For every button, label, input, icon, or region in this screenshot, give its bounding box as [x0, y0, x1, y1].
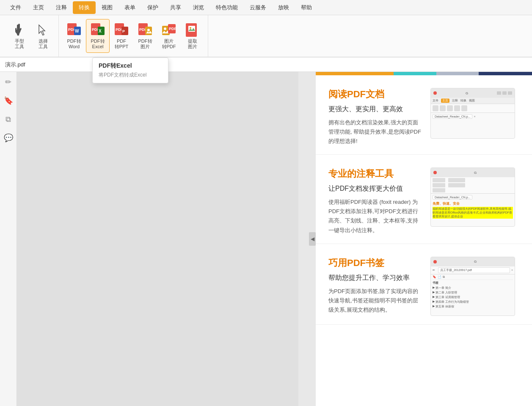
- mini-tb-1: [433, 105, 438, 111]
- svg-text:PDF: PDF: [169, 27, 176, 31]
- menu-annotate[interactable]: 注释: [50, 1, 73, 14]
- tool-group-convert: PDF → W PDF转Word PDF X PDF转Excel: [59, 15, 208, 57]
- bm-item-2: ▶第二章 入职管理: [433, 291, 513, 295]
- mini-ctrl-1: [497, 91, 501, 95]
- sidebar-comment-icon[interactable]: 💬: [3, 132, 14, 144]
- bm-arrow-2: ▶: [433, 291, 435, 295]
- collapse-panel-button[interactable]: ◀: [309, 232, 316, 246]
- mini-app-title: G: [438, 91, 495, 95]
- pdf-section-bookmark: 巧用PDF书签 帮助您提升工作、学习效率 为PDF页面添加书签,除了实现内容的快…: [316, 244, 532, 325]
- menu-browse[interactable]: 浏览: [187, 1, 210, 14]
- menu-view[interactable]: 视图: [96, 1, 119, 14]
- pdf-to-excel-label: PDF转Excel: [91, 38, 105, 49]
- pdf-to-image-label: PDF转图片: [138, 38, 152, 49]
- bm-text-2: 第二章 入职管理: [436, 291, 457, 295]
- sidebar-pages-icon[interactable]: ⧉: [3, 113, 14, 125]
- mini-controls: [497, 91, 512, 95]
- toolbar: 手型工具 选择工具 PDF → W PDF转Word: [0, 15, 532, 58]
- dropdown-title: PDF转Excel: [99, 62, 162, 70]
- hand-tool-button[interactable]: 手型工具: [8, 19, 31, 53]
- svg-text:W: W: [75, 29, 79, 33]
- mini-menu-file: 文件: [433, 99, 438, 103]
- mini-ctrl-3: [508, 91, 512, 95]
- extract-image-button[interactable]: 提取图片: [181, 19, 204, 53]
- bm-arrow-4: ▶: [433, 300, 435, 304]
- mini-menu-convert: 转换: [460, 99, 466, 103]
- file-path-input[interactable]: 演示.pdf: [5, 61, 90, 68]
- pdf-to-ppt-button[interactable]: PDF P PDF转PPT: [110, 19, 133, 53]
- mini-tb-2: [440, 105, 446, 111]
- menu-protect[interactable]: 保护: [141, 1, 164, 14]
- pdf-section-bookmark-image: G ✏ 员工手册_20120917.pdf × 🔖 📄 ⧉ 书签: [430, 257, 519, 316]
- menu-help[interactable]: 帮助: [295, 1, 318, 14]
- mini-titlebar-2: G: [431, 168, 515, 177]
- menu-bar: 文件 主页 注释 转换 视图 表单 保护 共享 浏览 特色功能 云服务 放映 帮…: [0, 0, 532, 15]
- mini-toolbar-row: [431, 104, 515, 113]
- bm-arrow-1: ▶: [433, 286, 435, 290]
- mini-b1: [448, 178, 465, 182]
- bm-item-1: ▶第一章 简介: [433, 286, 513, 290]
- pdf-preview-panel: 阅读PDF文档 更强大、更实用、更高效 拥有出色的文档渲染效果,强大的页面管理功…: [316, 72, 532, 406]
- mini-app-bookmark: G ✏ 员工手册_20120917.pdf × 🔖 📄 ⧉ 书签: [430, 257, 515, 316]
- bm-text-3: 第三章 试用期管理: [436, 295, 460, 299]
- main-area: ◀ 阅读PDF文档 更强大、更实用、更高效 拥有出色的文档渲染效果,强大的页面管…: [17, 72, 532, 406]
- image-to-pdf-button[interactable]: PDF 图片转PDF: [157, 19, 181, 53]
- mini-close-tab-3: ×: [511, 269, 513, 272]
- mini-title-3: G: [438, 260, 512, 263]
- menu-features[interactable]: 特色功能: [210, 1, 244, 14]
- pdf-section-read-title: 阅读PDF文档: [328, 88, 422, 101]
- pdf-section-read-subtitle: 更强大、更实用、更高效: [328, 105, 422, 114]
- mini-tab-close: ×: [474, 115, 475, 118]
- pdf-section-annotate: 专业的注释工具 让PDF文档发挥更大价值 使用福昕PDF阅读器 (foxit r…: [316, 155, 532, 244]
- image-to-pdf-label: 图片转PDF: [162, 38, 176, 49]
- menu-cloud[interactable]: 云服务: [244, 1, 272, 14]
- pdf-to-ppt-icon: PDF P: [114, 22, 129, 38]
- mini-tab-3: 员工手册_20120917.pdf: [438, 267, 510, 273]
- pdf-section-bookmark-subtitle: 帮助您提升工作、学习效率: [328, 274, 422, 283]
- mini-app-annotate: G Datasheet_Reade: [430, 167, 515, 227]
- bm-arrow-5: ▶: [433, 304, 435, 309]
- mini-highlighted-text: 福昕阅读器是一款功能强大的PDF阅读软件,具有高性能等,福昕阅读器采用Offic…: [433, 207, 513, 218]
- bm-arrow-3: ▶: [433, 295, 435, 299]
- dropdown-desc: 将PDF文档转成Excel: [99, 71, 162, 79]
- mini-titlebar: G: [431, 88, 515, 98]
- pdf-to-word-icon: PDF → W: [66, 22, 82, 38]
- pdf-section-annotate-image: G Datasheet_Reade: [430, 167, 519, 227]
- svg-point-18: [164, 27, 166, 30]
- pdf-to-word-label: PDF转Word: [67, 38, 81, 49]
- menu-file[interactable]: 文件: [4, 1, 27, 14]
- mini-bm-t3: ⧉: [443, 275, 445, 279]
- menu-slideshow[interactable]: 放映: [272, 1, 295, 14]
- mini-btns-col: [448, 178, 465, 192]
- pdf-to-excel-button[interactable]: PDF X PDF转Excel: [86, 19, 110, 53]
- pdf-to-image-button[interactable]: PDF PDF转图片: [133, 19, 157, 53]
- pdf-section-annotate-text: 专业的注释工具 让PDF文档发挥更大价值 使用福昕PDF阅读器 (foxit r…: [328, 167, 422, 235]
- bm-text-5: 第五章 休薪假: [436, 304, 454, 309]
- hand-icon: [12, 22, 27, 38]
- sidebar-bookmark-icon[interactable]: 🔖: [3, 95, 14, 107]
- select-tool-label: 选择工具: [39, 38, 48, 49]
- select-tool-button[interactable]: 选择工具: [31, 19, 55, 53]
- top-bar-navy: [479, 72, 532, 75]
- mini-content-2: Datasheet_Reader_CN.p... 免费、快速、安全 福昕阅读器是…: [431, 194, 515, 219]
- mini-t3: [433, 188, 445, 192]
- bm-item-4: ▶第四章 工作行为与勤绩管: [433, 300, 513, 304]
- mini-edit-icon: ✏: [433, 269, 435, 272]
- image-to-pdf-icon: PDF: [161, 22, 176, 38]
- menu-share[interactable]: 共享: [164, 1, 187, 14]
- sidebar-edit-icon[interactable]: ✏: [3, 76, 14, 88]
- mini-close-dot: [433, 91, 437, 95]
- menu-form[interactable]: 表单: [119, 1, 141, 14]
- mini-b2: [448, 183, 465, 187]
- menu-home[interactable]: 主页: [27, 1, 50, 14]
- pdf-section-annotate-subtitle: 让PDF文档发挥更大价值: [328, 184, 422, 193]
- mini-bm-tools: 🔖 📄 ⧉: [433, 275, 513, 280]
- document-blank-area: [17, 72, 298, 406]
- menu-convert[interactable]: 转换: [73, 1, 96, 14]
- pdf-section-read-image: G 文件 主页 注释 转换 视图: [430, 88, 519, 139]
- pdf-top-bar: [316, 72, 532, 75]
- pdf-to-word-button[interactable]: PDF → W PDF转Word: [62, 19, 86, 53]
- mini-menu-bar: 文件 主页 注释 转换 视图: [431, 98, 515, 104]
- mini-tab-name: Datasheet_Reader_CN.p...: [433, 114, 472, 119]
- pdf-section-bookmark-text: 巧用PDF书签 帮助您提升工作、学习效率 为PDF页面添加书签,除了实现内容的快…: [328, 257, 422, 315]
